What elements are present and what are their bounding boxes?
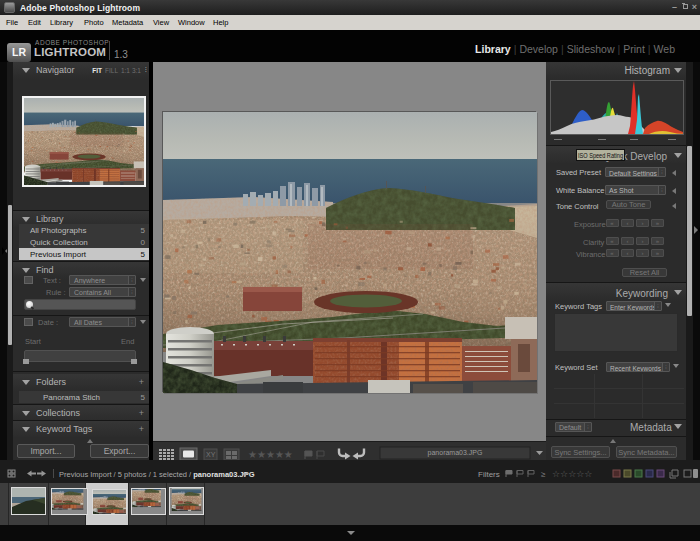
svg-text:panorama03.JPG: panorama03.JPG bbox=[428, 449, 483, 457]
svg-text:★★★★★: ★★★★★ bbox=[248, 449, 293, 460]
svg-text:≥: ≥ bbox=[541, 470, 546, 479]
svg-text:XY: XY bbox=[206, 451, 216, 458]
svg-text:☆☆☆☆☆: ☆☆☆☆☆ bbox=[552, 469, 592, 479]
svg-text:Filters: Filters bbox=[478, 470, 500, 479]
svg-text:ISO Speed Rating: ISO Speed Rating bbox=[578, 152, 623, 160]
svg-text:Previous Import / 5 photos / 1: Previous Import / 5 photos / 1 selected … bbox=[59, 470, 255, 479]
